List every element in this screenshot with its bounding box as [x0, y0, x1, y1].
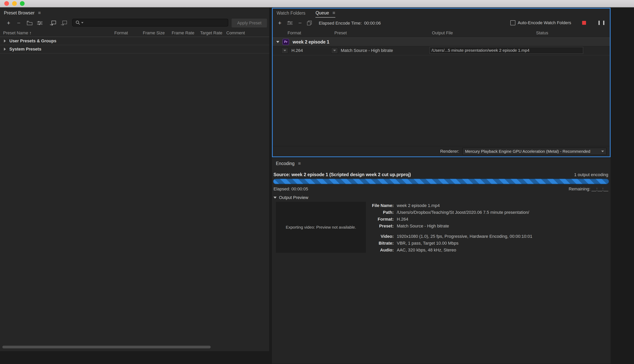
detail-row: Audio:AAC, 320 kbps, 48 kHz, Stereo [369, 246, 532, 254]
preset-browser-panel: Preset Browser ≡ + − Apply Preset [0, 8, 269, 351]
tab-queue[interactable]: Queue ≡ [316, 8, 335, 18]
source-name: week 2 episode 1 [292, 40, 329, 45]
detail-row: Preset:Match Source - High bitrate [369, 222, 532, 230]
output-settings-icon[interactable] [286, 19, 294, 27]
remaining-time: Remaining: __:__:__ [569, 186, 608, 192]
output-details: File Name:week 2 episode 1.mp4 Path:/Use… [369, 202, 532, 254]
encoding-header: Encoding ≡ [276, 161, 301, 166]
column-preset[interactable]: Preset [334, 30, 347, 36]
output-preview-box: Exporting video: Preview not available. [276, 202, 366, 253]
output-count: 1 output encoding [574, 172, 608, 177]
column-frame-size[interactable]: Frame Size [143, 30, 165, 36]
expand-chevron-icon[interactable] [4, 40, 6, 42]
horizontal-scrollbar[interactable] [2, 346, 211, 348]
column-format[interactable]: Format [114, 30, 128, 36]
stop-queue-button[interactable] [582, 21, 586, 25]
tab-watch-folders[interactable]: Watch Folders [276, 9, 305, 17]
column-status[interactable]: Status [536, 30, 548, 36]
import-preset-icon[interactable] [49, 19, 57, 27]
close-button[interactable] [4, 1, 9, 6]
auto-encode-checkbox[interactable] [510, 20, 516, 25]
pause-queue-button[interactable] [598, 21, 604, 25]
tree-item-label: System Presets [9, 46, 41, 52]
apply-preset-button[interactable]: Apply Preset [231, 18, 267, 28]
queue-column-headers: Format Preset Output File Status [273, 29, 610, 38]
panel-menu-icon[interactable]: ≡ [38, 10, 41, 16]
tree-item-system-presets[interactable]: System Presets [0, 45, 269, 54]
panel-menu-icon[interactable]: ≡ [298, 161, 301, 166]
preset-dropdown[interactable] [331, 48, 338, 54]
titlebar [0, 0, 634, 8]
auto-encode-label: Auto-Encode Watch Folders [518, 20, 571, 25]
column-comment[interactable]: Comment [226, 30, 245, 36]
column-preset-name[interactable]: Preset Name ↑ [3, 30, 32, 36]
column-format[interactable]: Format [288, 30, 301, 36]
search-filter-caret-icon[interactable] [81, 22, 84, 24]
column-frame-rate[interactable]: Frame Rate [172, 30, 194, 36]
elapsed-encode-time: Elapsed Encode Time: 00:00:06 [319, 21, 381, 26]
tree-item-user-presets[interactable]: User Presets & Groups [0, 37, 269, 45]
add-output-button[interactable]: + [276, 19, 284, 27]
preset-settings-icon[interactable] [36, 19, 44, 27]
queue-toolbar: + − Elapsed Encode Time: 00:00:06 Auto-E… [273, 18, 610, 29]
column-target-rate[interactable]: Target Rate [200, 30, 222, 36]
format-dropdown[interactable] [281, 48, 288, 54]
encoding-panel: Encoding ≡ Source: week 2 episode 1 (Scr… [272, 158, 610, 364]
encoding-source: Source: week 2 episode 1 (Scripted desig… [274, 172, 411, 177]
output-preview-toggle[interactable]: Output Preview [274, 195, 308, 200]
renderer-label: Renderer: [440, 149, 459, 154]
renderer-bar: Renderer: Mercury Playback Engine GPU Ac… [273, 146, 610, 156]
chevron-down-icon [601, 150, 604, 152]
queue-output-row[interactable]: H.264 Match Source - High bitrate /Users… [273, 46, 610, 56]
premiere-pro-icon: Pr [282, 39, 289, 45]
output-preset[interactable]: Match Source - High bitrate [341, 48, 393, 53]
detail-row: Video:1920x1080 (1.0), 25 fps, Progressi… [369, 233, 532, 240]
renderer-select[interactable]: Mercury Playback Engine GPU Acceleration… [462, 148, 607, 155]
detail-row: Format:H.264 [369, 216, 532, 222]
remove-output-button[interactable]: − [296, 19, 304, 27]
queue-tab-bar: Watch Folders Queue ≡ [273, 8, 610, 18]
preset-search-input[interactable] [72, 19, 228, 26]
duplicate-icon[interactable] [306, 19, 313, 27]
collapse-chevron-icon [274, 197, 276, 198]
output-file-path[interactable]: /Users/...5 minute presentation/week 2 e… [430, 47, 583, 54]
tree-item-label: User Presets & Groups [9, 38, 56, 44]
search-icon [76, 20, 80, 25]
encoding-title: Encoding [276, 161, 294, 166]
preset-browser-toolbar: + − Apply Preset [0, 18, 269, 28]
expand-chevron-icon[interactable] [4, 48, 6, 51]
minimize-button[interactable] [12, 1, 17, 6]
detail-row: File Name:week 2 episode 1.mp4 [369, 202, 532, 209]
sort-ascending-icon: ↑ [30, 30, 32, 35]
encode-progress-bar [273, 179, 609, 184]
queue-panel: Watch Folders Queue ≡ + − Elapsed Encode… [272, 8, 610, 157]
media-encoder-window: Preset Browser ≡ + − Apply Preset [0, 0, 634, 364]
queue-source-group-row[interactable]: Pr week 2 episode 1 [273, 38, 610, 46]
column-output-file[interactable]: Output File [432, 30, 453, 36]
panel-menu-icon[interactable]: ≡ [332, 10, 335, 16]
preset-browser-header: Preset Browser ≡ [4, 10, 41, 16]
encoding-source-row: Source: week 2 episode 1 (Scripted desig… [274, 172, 608, 177]
preset-browser-title: Preset Browser [4, 10, 34, 16]
zoom-button[interactable] [20, 1, 24, 6]
encode-times-row: Elapsed: 00:00:05 Remaining: __:__:__ [274, 186, 608, 192]
collapse-chevron-icon[interactable] [276, 41, 279, 43]
remove-preset-button[interactable]: − [15, 19, 23, 27]
new-group-icon[interactable] [26, 19, 34, 27]
detail-row: Bitrate:VBR, 1 pass, Target 10.00 Mbps [369, 240, 532, 246]
export-preset-icon[interactable] [60, 19, 68, 27]
detail-row: Path:/Users/o/Dropbox/Teaching/St Joost/… [369, 209, 532, 216]
output-format[interactable]: H.264 [292, 48, 303, 53]
add-preset-button[interactable]: + [5, 19, 12, 27]
elapsed-time: Elapsed: 00:00:05 [274, 186, 308, 192]
preview-message: Exporting video: Preview not available. [286, 225, 356, 230]
